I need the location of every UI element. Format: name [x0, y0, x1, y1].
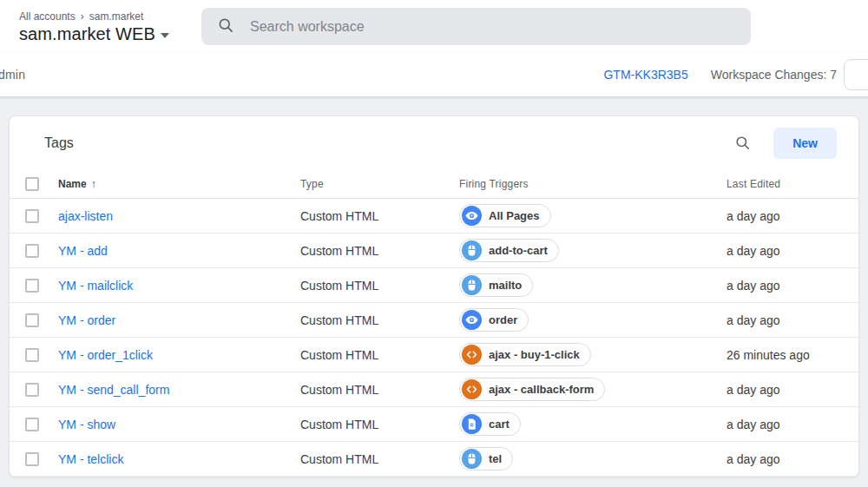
tag-name-link[interactable]: YM - send_call_form	[58, 383, 169, 397]
last-edited-value: a day ago	[727, 418, 843, 431]
last-edited-value: 26 minutes ago	[727, 348, 843, 362]
select-all-checkbox[interactable]	[25, 177, 39, 191]
workspace-title: sam.market WEB	[19, 24, 155, 44]
tag-name-link[interactable]: YM - mailclick	[58, 279, 133, 293]
row-checkbox[interactable]	[25, 209, 39, 223]
table-search-button[interactable]	[731, 131, 754, 155]
column-header-firing-triggers[interactable]: Firing Triggers	[459, 178, 727, 190]
table-row: YM - mailclick Custom HTML mailto a day …	[10, 268, 858, 303]
tag-type: Custom HTML	[300, 279, 459, 293]
tag-name-link[interactable]: YM - add	[58, 244, 108, 258]
firing-trigger-badge[interactable]: ajax - callback-form	[459, 378, 605, 401]
document-icon	[462, 414, 482, 434]
search-input[interactable]: Search workspace	[201, 8, 751, 45]
search-placeholder: Search workspace	[250, 19, 365, 35]
top-header: All accounts › sam.market sam.market WEB…	[0, 0, 868, 52]
firing-trigger-badge[interactable]: add-to-cart	[459, 239, 559, 262]
firing-trigger-label: cart	[489, 418, 510, 431]
firing-trigger-label: add-to-cart	[489, 244, 548, 257]
tag-name-link[interactable]: YM - show	[58, 418, 115, 431]
table-row: YM - add Custom HTML add-to-cart a day a…	[10, 234, 858, 268]
new-tag-button[interactable]: New	[773, 128, 837, 159]
mouse-icon	[462, 449, 482, 469]
tag-name-link[interactable]: YM - order	[58, 313, 115, 327]
tag-type: Custom HTML	[300, 313, 459, 327]
firing-trigger-badge[interactable]: order	[459, 308, 529, 332]
tag-type: Custom HTML	[300, 418, 459, 431]
column-header-type[interactable]: Type	[300, 178, 459, 190]
page-title: Tags	[44, 135, 74, 151]
eye-icon	[462, 310, 482, 330]
firing-trigger-label: ajax - callback-form	[489, 383, 594, 396]
mouse-icon	[462, 275, 482, 295]
tag-type: Custom HTML	[300, 209, 459, 223]
firing-trigger-label: tel	[489, 452, 502, 465]
table-row: YM - telclick Custom HTML tel a day ago	[10, 442, 858, 477]
tags-card: Tags New Name ↑ Type Firing Triggers Las…	[9, 115, 859, 477]
table-row: YM - send_call_form Custom HTML ajax - c…	[10, 372, 858, 407]
tag-name-link[interactable]: ajax-listen	[58, 209, 113, 223]
preview-button-partial[interactable]	[844, 59, 868, 90]
last-edited-value: a day ago	[727, 313, 843, 327]
last-edited-value: a day ago	[727, 383, 843, 397]
account-block: All accounts › sam.market sam.market WEB	[0, 9, 182, 44]
container-id-link[interactable]: GTM-KK3R3B5	[603, 68, 687, 82]
tag-name-link[interactable]: YM - order_1click	[58, 348, 153, 362]
last-edited-value: a day ago	[727, 209, 843, 223]
row-checkbox[interactable]	[25, 452, 39, 466]
firing-trigger-badge[interactable]: cart	[459, 412, 521, 436]
table-row: YM - order_1click Custom HTML ajax - buy…	[10, 338, 858, 372]
last-edited-value: a day ago	[727, 279, 843, 293]
tag-type: Custom HTML	[300, 348, 459, 362]
firing-trigger-label: All Pages	[489, 209, 540, 222]
last-edited-value: a day ago	[727, 452, 843, 466]
code-icon	[462, 379, 482, 399]
search-icon	[217, 16, 234, 37]
firing-trigger-badge[interactable]: mailto	[459, 273, 533, 297]
breadcrumb-container[interactable]: sam.market	[89, 10, 144, 23]
firing-trigger-badge[interactable]: tel	[459, 447, 513, 471]
row-checkbox[interactable]	[25, 383, 39, 397]
tags-card-header: Tags New	[10, 116, 858, 169]
tab-admin-partial[interactable]: dmin	[0, 68, 25, 82]
breadcrumb: All accounts › sam.market	[19, 10, 182, 23]
row-checkbox[interactable]	[25, 244, 39, 258]
tag-type: Custom HTML	[300, 452, 459, 466]
breadcrumb-all-accounts[interactable]: All accounts	[19, 10, 76, 23]
tag-name-link[interactable]: YM - telclick	[58, 452, 123, 466]
table-row: YM - show Custom HTML cart a day ago	[10, 407, 858, 442]
firing-trigger-badge[interactable]: All Pages	[459, 204, 551, 227]
column-header-last-edited[interactable]: Last Edited	[727, 178, 843, 190]
row-checkbox[interactable]	[25, 418, 39, 431]
table-row: ajax-listen Custom HTML All Pages a day …	[10, 199, 858, 234]
breadcrumb-separator-icon: ›	[81, 10, 84, 23]
eye-icon	[462, 206, 482, 226]
tag-type: Custom HTML	[300, 244, 459, 258]
table-row: YM - order Custom HTML order a day ago	[10, 303, 858, 338]
tag-type: Custom HTML	[300, 383, 459, 397]
code-icon	[462, 345, 482, 365]
workspace-changes-label: Workspace Changes: 7	[711, 68, 837, 82]
firing-trigger-label: mailto	[489, 279, 522, 292]
nav-right: GTM-KK3R3B5 Workspace Changes: 7	[603, 68, 837, 82]
firing-trigger-label: ajax - buy-1-click	[489, 348, 580, 361]
last-edited-value: a day ago	[727, 244, 843, 258]
tag-table-body: ajax-listen Custom HTML All Pages a day …	[10, 199, 858, 477]
sort-ascending-icon: ↑	[91, 177, 97, 190]
nav-bar: dmin GTM-KK3R3B5 Workspace Changes: 7	[0, 52, 868, 97]
workspace-switcher[interactable]: sam.market WEB	[19, 24, 182, 44]
mouse-icon	[462, 240, 482, 260]
row-checkbox[interactable]	[25, 348, 39, 362]
row-checkbox[interactable]	[25, 279, 39, 293]
firing-trigger-label: order	[489, 313, 517, 326]
chevron-down-icon	[161, 33, 169, 38]
row-checkbox[interactable]	[25, 313, 39, 327]
table-header-row: Name ↑ Type Firing Triggers Last Edited	[10, 169, 858, 199]
firing-trigger-badge[interactable]: ajax - buy-1-click	[459, 343, 591, 366]
column-header-name[interactable]: Name ↑	[58, 177, 300, 190]
